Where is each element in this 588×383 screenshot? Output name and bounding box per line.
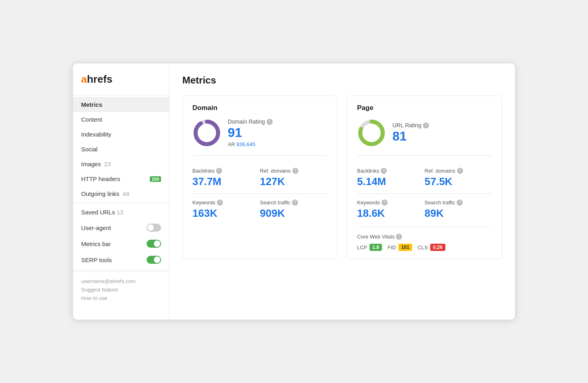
- page-stat-backlinks: Backlinks ? 5.14M: [357, 162, 425, 194]
- domain-keywords-help-icon[interactable]: ?: [217, 200, 223, 206]
- sidebar-item-label-outgoing: Outgoing links 44: [81, 190, 129, 197]
- user-agent-toggle[interactable]: [147, 224, 161, 232]
- domain-ar: AR 836,645: [228, 141, 273, 147]
- domain-ref-domains-help-icon[interactable]: ?: [292, 168, 298, 174]
- page-search-traffic-label: Search traffic ?: [425, 200, 492, 206]
- saved-urls-row: Saved URLs 13: [73, 205, 169, 220]
- page-panel-title: Page: [357, 104, 492, 112]
- cwv-lcp-badge: 1.8: [370, 244, 382, 251]
- page-stat-keywords: Keywords ? 18.6K: [357, 194, 425, 225]
- svg-point-2: [200, 126, 214, 140]
- domain-rating-row: Domain Rating ? 91 AR 836,645: [192, 118, 327, 156]
- cwv-cls-label: CLS: [418, 244, 428, 251]
- app-container: ahrefs Metrics Content Indexability Soci…: [73, 63, 515, 320]
- page-keywords-help-icon[interactable]: ?: [382, 200, 388, 206]
- serp-tools-toggle[interactable]: [147, 256, 161, 264]
- cwv-items: LCP 1.8 FID 101 CLS 0.26: [357, 244, 492, 251]
- page-stats-grid: Backlinks ? 5.14M Ref. domains ? 57.5K: [357, 162, 492, 225]
- page-title: Metrics: [182, 75, 502, 86]
- domain-backlinks-help-icon[interactable]: ?: [216, 168, 222, 174]
- core-web-vitals-section: Core Web Vitals ? LCP 1.8 FID 101: [357, 227, 492, 251]
- page-ref-domains-label: Ref. domains ?: [425, 168, 492, 174]
- cwv-fid: FID 101: [388, 244, 412, 251]
- domain-stat-search-traffic: Search traffic ? 909K: [260, 194, 327, 225]
- cwv-cls: CLS 0.26: [418, 244, 445, 251]
- cwv-fid-badge: 101: [398, 244, 412, 251]
- domain-backlinks-label: Backlinks ?: [192, 168, 253, 174]
- logo-rest-text: hrefs: [87, 73, 112, 85]
- how-to-use-link[interactable]: How to use: [81, 295, 161, 301]
- page-rating-value: 81: [392, 129, 429, 143]
- images-count: 23: [104, 161, 111, 167]
- cwv-lcp-label: LCP: [357, 244, 367, 251]
- sidebar-item-label-indexability: Indexability: [81, 131, 111, 138]
- domain-rating-info: Domain Rating ? 91 AR 836,645: [228, 118, 273, 147]
- page-search-traffic-value: 89K: [425, 207, 492, 220]
- sidebar-item-http-headers[interactable]: HTTP headers 200: [73, 171, 169, 186]
- sidebar-divider-mid: [73, 203, 169, 203]
- domain-ref-domains-value: 127K: [260, 175, 327, 188]
- cwv-title: Core Web Vitals ?: [357, 234, 492, 240]
- http-headers-badge: 200: [150, 176, 161, 182]
- page-panel: Page URL Rating ? 81: [347, 96, 502, 259]
- page-donut-chart: [357, 118, 386, 147]
- page-backlinks-value: 5.14M: [357, 175, 418, 188]
- page-keywords-label: Keywords ?: [357, 200, 418, 206]
- sidebar-bottom: username@ahrefs.com Suggest feature How …: [73, 271, 169, 310]
- page-rating-info: URL Rating ? 81: [392, 122, 429, 143]
- page-backlinks-help-icon[interactable]: ?: [381, 168, 387, 174]
- domain-rating-value: 91: [228, 126, 273, 140]
- email-link[interactable]: username@ahrefs.com: [81, 278, 161, 284]
- domain-ref-domains-label: Ref. domains ?: [260, 168, 327, 174]
- cwv-help-icon[interactable]: ?: [396, 234, 402, 240]
- sidebar: ahrefs Metrics Content Indexability Soci…: [73, 63, 169, 320]
- domain-rating-label: Domain Rating ?: [228, 118, 273, 125]
- page-search-traffic-help-icon[interactable]: ?: [457, 200, 463, 206]
- domain-stats-grid: Backlinks ? 37.7M Ref. domains ? 127K: [192, 162, 327, 225]
- page-ref-domains-help-icon[interactable]: ?: [457, 168, 463, 174]
- metrics-bar-label: Metrics bar: [81, 240, 111, 247]
- page-stat-search-traffic: Search traffic ? 89K: [425, 194, 492, 225]
- domain-backlinks-value: 37.7M: [192, 175, 253, 188]
- domain-panel: Domain Domain Rating ? 91 AR 836,645: [182, 96, 337, 259]
- sidebar-item-images[interactable]: Images 23: [73, 157, 169, 171]
- page-rating-row: URL Rating ? 81: [357, 118, 492, 156]
- logo-a-letter: a: [81, 73, 87, 85]
- logo: ahrefs: [73, 73, 169, 94]
- svg-point-5: [364, 126, 379, 140]
- sidebar-item-outgoing-links[interactable]: Outgoing links 44: [73, 186, 169, 201]
- user-agent-label: User-agent: [81, 224, 111, 231]
- sidebar-divider-top: [73, 95, 169, 96]
- domain-rating-help-icon[interactable]: ?: [267, 119, 273, 125]
- domain-keywords-label: Keywords ?: [192, 200, 253, 206]
- domain-keywords-value: 163K: [192, 207, 253, 220]
- sidebar-nav: Metrics Content Indexability Social Imag…: [73, 97, 169, 201]
- metrics-bar-toggle[interactable]: [147, 240, 161, 248]
- sidebar-item-content[interactable]: Content: [73, 112, 169, 127]
- domain-stat-ref-domains: Ref. domains ? 127K: [260, 162, 327, 194]
- saved-urls-count: 13: [116, 209, 123, 216]
- suggest-feature-link[interactable]: Suggest feature: [81, 287, 161, 293]
- domain-stat-keywords: Keywords ? 163K: [192, 194, 260, 225]
- page-ref-domains-value: 57.5K: [425, 175, 492, 188]
- sidebar-divider-bottom: [73, 269, 169, 270]
- domain-ar-link[interactable]: 836,645: [237, 141, 255, 147]
- cwv-cls-badge: 0.26: [430, 244, 445, 251]
- cwv-fid-label: FID: [388, 244, 396, 251]
- sidebar-item-label-metrics: Metrics: [81, 101, 102, 108]
- page-rating-help-icon[interactable]: ?: [423, 122, 429, 128]
- page-stat-ref-domains: Ref. domains ? 57.5K: [425, 162, 492, 194]
- sidebar-item-metrics[interactable]: Metrics: [73, 97, 169, 112]
- domain-panel-title: Domain: [192, 104, 327, 112]
- metrics-bar-row: Metrics bar: [73, 236, 169, 252]
- serp-tools-row: SERP tools: [73, 252, 169, 268]
- cwv-lcp: LCP 1.8: [357, 244, 382, 251]
- domain-search-traffic-help-icon[interactable]: ?: [292, 200, 298, 206]
- main-content: Metrics Domain Domain Rating ?: [169, 63, 515, 320]
- sidebar-item-social[interactable]: Social: [73, 142, 169, 157]
- page-rating-label: URL Rating ?: [392, 122, 429, 128]
- sidebar-item-indexability[interactable]: Indexability: [73, 127, 169, 142]
- serp-tools-label: SERP tools: [81, 257, 112, 263]
- sidebar-item-label-social: Social: [81, 146, 98, 153]
- page-keywords-value: 18.6K: [357, 207, 418, 220]
